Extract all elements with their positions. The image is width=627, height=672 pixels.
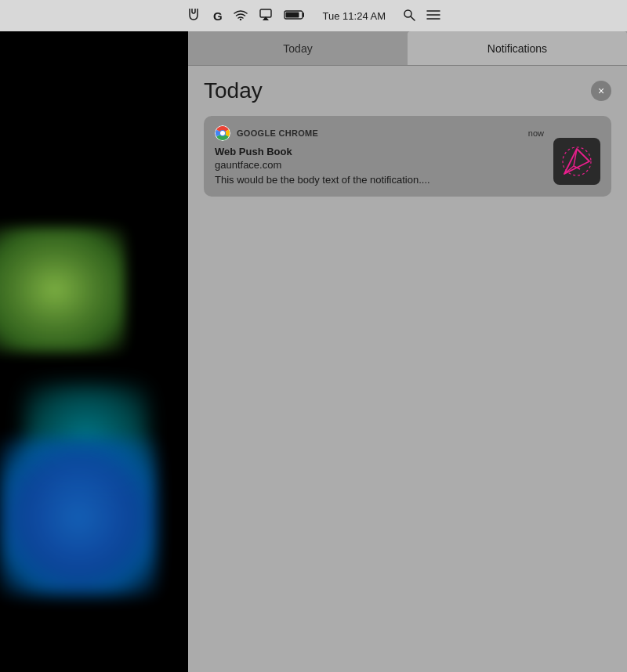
panel-title: Today xyxy=(204,78,263,103)
notification-subtitle: gauntface.com xyxy=(215,159,544,171)
tab-bar: Today Notifications xyxy=(188,31,627,66)
notification-app-name: GOOGLE CHROME xyxy=(237,128,318,138)
tab-notifications[interactable]: Notifications xyxy=(408,31,627,65)
tuner-icon[interactable] xyxy=(187,7,201,25)
hamburger-menu-icon[interactable] xyxy=(426,9,440,23)
notification-header: GOOGLE CHROME now xyxy=(215,125,544,141)
search-icon[interactable] xyxy=(403,9,415,23)
menu-bar-time: Tue 11:24 AM xyxy=(323,10,386,22)
close-button[interactable]: × xyxy=(591,81,611,101)
airplay-icon[interactable] xyxy=(259,9,273,23)
svg-point-11 xyxy=(220,131,225,135)
notification-card: GOOGLE CHROME now Web Push Book gauntfac… xyxy=(204,116,611,197)
tab-today[interactable]: Today xyxy=(188,31,408,65)
notification-content: GOOGLE CHROME now Web Push Book gauntfac… xyxy=(215,125,544,187)
notification-body: This would be the body text of the notif… xyxy=(215,173,544,187)
chrome-logo-icon xyxy=(215,125,230,141)
svg-rect-1 xyxy=(260,9,271,17)
notification-center-panel: Today Notifications Today × xyxy=(188,31,627,672)
notification-time: now xyxy=(528,128,544,138)
blue-cloud xyxy=(0,439,157,595)
svg-rect-3 xyxy=(285,12,299,17)
battery-icon[interactable] xyxy=(284,9,306,23)
notification-image xyxy=(553,138,600,185)
svg-line-5 xyxy=(411,16,415,20)
green-cloud xyxy=(0,227,125,352)
menu-bar: G Tue 11:24 AM xyxy=(0,0,627,31)
wallpaper xyxy=(0,31,188,672)
panel-header: Today × xyxy=(204,78,611,103)
panel-content: Today × xyxy=(188,66,627,209)
notification-title: Web Push Book xyxy=(215,146,544,157)
svg-point-0 xyxy=(239,18,241,20)
wifi-icon[interactable] xyxy=(234,9,248,23)
notification-app-info: GOOGLE CHROME xyxy=(215,125,318,141)
grammarly-icon[interactable]: G xyxy=(213,9,223,23)
menu-bar-icons: G Tue 11:24 AM xyxy=(187,7,440,25)
paper-plane-icon xyxy=(560,144,594,179)
